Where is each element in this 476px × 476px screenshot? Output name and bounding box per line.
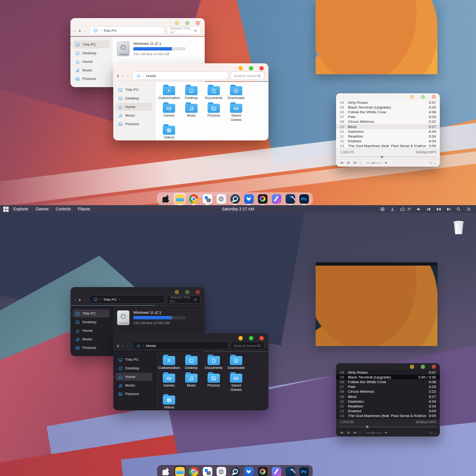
shuffle-button[interactable]: ⌄ bbox=[428, 161, 436, 165]
folder-customization[interactable]: Customization bbox=[161, 356, 177, 370]
track-row[interactable]: 07Pain3:25 bbox=[336, 385, 440, 389]
track-row[interactable]: 12Drained4:04 bbox=[336, 409, 440, 414]
sidebar-item-this-pc[interactable]: ›This PC bbox=[73, 40, 109, 49]
volume-slider[interactable] bbox=[366, 161, 388, 165]
sidebar-item-desktop[interactable]: Desktop bbox=[73, 49, 109, 57]
folder-pictures[interactable]: Pictures bbox=[206, 374, 222, 392]
player-header[interactable] bbox=[336, 93, 440, 100]
dock-file-explorer[interactable] bbox=[175, 466, 185, 476]
menu-places[interactable]: Places bbox=[78, 207, 90, 211]
dock-fox-app[interactable] bbox=[244, 466, 254, 476]
sidebar-item-pictures[interactable]: Pictures bbox=[116, 390, 152, 398]
pause-button[interactable] bbox=[347, 161, 350, 165]
folder-downloads[interactable]: Downloads bbox=[228, 356, 244, 370]
track-row[interactable]: 11Reaktion3:34 bbox=[336, 404, 440, 408]
minimize-button[interactable] bbox=[238, 66, 243, 70]
search-box[interactable]: Search Home bbox=[230, 71, 265, 80]
dock-photoshop[interactable]: Ps bbox=[299, 194, 309, 204]
close-button[interactable] bbox=[259, 66, 264, 70]
drive-item[interactable]: Windows 11 (C:) 241 GB free of 933 GB bbox=[112, 306, 205, 330]
dock-chrome[interactable] bbox=[188, 466, 198, 476]
sidebar-item-home[interactable]: ›Home bbox=[116, 373, 152, 381]
minimize-button[interactable] bbox=[410, 95, 414, 99]
next-track-icon[interactable] bbox=[446, 207, 451, 212]
track-row[interactable]: 12Drained4:04 bbox=[336, 139, 440, 144]
dock-clipboard-app[interactable] bbox=[202, 466, 212, 476]
forward-button[interactable]: › bbox=[79, 28, 81, 33]
window-header[interactable]: ‹ › ⌄ › This PC Search This PC bbox=[70, 18, 205, 36]
drive-item[interactable]: Windows 11 (C:) 241 GB free of 933 GB bbox=[112, 37, 205, 61]
minimize-button[interactable] bbox=[410, 365, 414, 369]
sidebar-item-music[interactable]: Music bbox=[116, 111, 152, 119]
track-row[interactable]: 08Circus Minimus2:22 bbox=[336, 119, 440, 124]
zoom-button[interactable] bbox=[249, 66, 253, 70]
search-box[interactable]: Search This PC bbox=[167, 295, 201, 304]
close-button[interactable] bbox=[196, 21, 200, 25]
dock-settings[interactable]: ⚙ bbox=[216, 194, 226, 204]
history-caret[interactable]: ⌄ bbox=[83, 29, 87, 33]
track-row[interactable]: 06Follow the White Crow4:08 bbox=[336, 379, 440, 384]
dock-apple[interactable] bbox=[161, 194, 171, 204]
next-track-button[interactable] bbox=[353, 161, 357, 165]
folder-saved-games[interactable]: Saved Games bbox=[228, 104, 244, 122]
windows-logo-icon[interactable] bbox=[3, 207, 9, 212]
sidebar-item-music[interactable]: Music bbox=[116, 381, 152, 389]
back-button[interactable]: ‹ bbox=[117, 343, 119, 348]
trash-icon[interactable] bbox=[453, 221, 464, 234]
previous-track-button[interactable] bbox=[340, 161, 344, 165]
zoom-button[interactable] bbox=[249, 336, 253, 340]
zoom-button[interactable] bbox=[185, 290, 189, 294]
folder-customization[interactable]: Customization bbox=[161, 86, 177, 100]
search-box[interactable]: Search Home bbox=[230, 341, 265, 350]
folder-downloads[interactable]: Downloads bbox=[228, 86, 244, 100]
download-tray-icon[interactable] bbox=[390, 207, 395, 212]
sidebar-item-home[interactable]: Home bbox=[73, 58, 109, 66]
address-bar[interactable]: › Home bbox=[132, 341, 228, 350]
folder-pictures[interactable]: Pictures bbox=[206, 104, 222, 122]
sidebar-item-pictures[interactable]: Pictures bbox=[73, 344, 109, 352]
back-button[interactable]: ‹ bbox=[117, 73, 119, 79]
track-row[interactable]: 10Darkretro4:49 bbox=[336, 129, 440, 134]
sidebar-item-pictures[interactable]: Pictures bbox=[73, 75, 109, 83]
track-row[interactable]: 09Blind3:27 bbox=[336, 394, 440, 399]
dock-file-explorer[interactable] bbox=[175, 194, 185, 204]
folder-videos[interactable]: Videos bbox=[161, 396, 177, 409]
previous-track-button[interactable] bbox=[340, 431, 344, 435]
sidebar-item-this-pc[interactable]: This PC bbox=[116, 356, 152, 364]
minimize-button[interactable] bbox=[238, 336, 243, 340]
track-row[interactable]: 13The God Machines (feat. Paul Senai & K… bbox=[336, 144, 440, 149]
search-box[interactable]: Search This PC bbox=[167, 26, 201, 35]
dock-apple[interactable] bbox=[161, 466, 171, 476]
forward-button[interactable]: › bbox=[79, 297, 81, 302]
track-row[interactable]: 07Pain3:25 bbox=[336, 115, 440, 119]
dock-photos[interactable] bbox=[258, 194, 268, 204]
window-header[interactable]: ‹ › ⌄ › Home Search Home bbox=[113, 63, 268, 81]
shuffle-button[interactable]: ⌄ bbox=[428, 431, 436, 435]
history-caret[interactable]: ⌄ bbox=[126, 74, 129, 78]
sidebar-item-music[interactable]: Music bbox=[73, 335, 109, 343]
back-button[interactable]: ‹ bbox=[74, 297, 76, 302]
folder-saved-games[interactable]: Saved Games bbox=[228, 374, 244, 392]
seek-bar[interactable] bbox=[336, 155, 440, 159]
search-icon[interactable] bbox=[456, 207, 461, 212]
close-button[interactable] bbox=[259, 336, 264, 340]
track-row[interactable]: 10Darkretro4:49 bbox=[336, 399, 440, 404]
next-track-button[interactable] bbox=[353, 431, 357, 435]
sidebar-item-pictures[interactable]: Pictures bbox=[116, 120, 152, 128]
track-row-playing[interactable]: 05Black Terminal (Upgrade)1:00 / 3:30 bbox=[336, 375, 440, 379]
track-row[interactable]: 13The God Machines (feat. Paul Senai & K… bbox=[336, 414, 440, 418]
expand-chevron-icon[interactable]: › bbox=[70, 43, 71, 46]
sidebar-item-this-pc[interactable]: This PC bbox=[116, 86, 152, 94]
track-row[interactable]: 06Follow the White Crow4:08 bbox=[336, 109, 440, 114]
dock-chrome[interactable] bbox=[188, 194, 198, 204]
folder-music[interactable]: Music bbox=[183, 104, 199, 122]
sidebar-item-desktop[interactable]: Desktop bbox=[116, 94, 152, 102]
close-button[interactable] bbox=[432, 365, 436, 369]
dock-fox-app[interactable] bbox=[244, 194, 254, 204]
expand-chevron-icon[interactable]: › bbox=[113, 105, 114, 109]
dock-paint-app[interactable] bbox=[271, 194, 281, 204]
folder-games[interactable]: Games bbox=[161, 374, 177, 392]
track-row[interactable]: 08Circus Minimus2:22 bbox=[336, 389, 440, 394]
expand-chevron-icon[interactable]: › bbox=[70, 312, 71, 315]
dock-wave-app[interactable] bbox=[285, 466, 295, 476]
